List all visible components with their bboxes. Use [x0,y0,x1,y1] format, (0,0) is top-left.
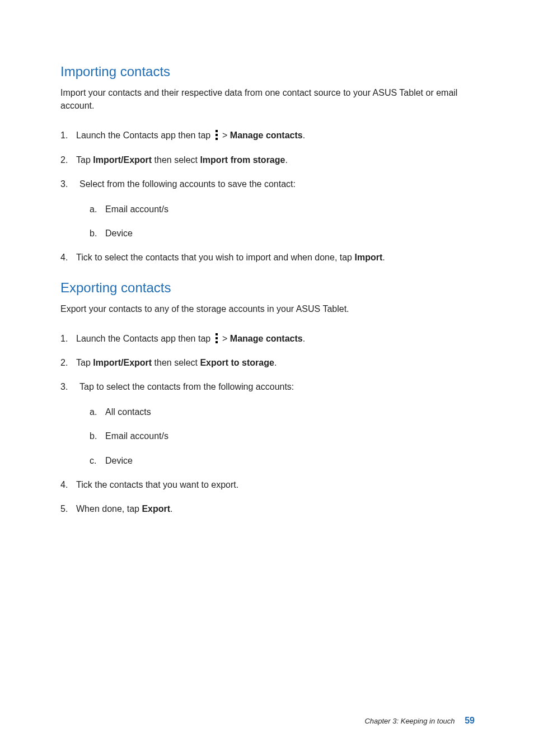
sublist-text: Device [105,456,133,465]
exporting-step-3-sublist: a.All contacts b.Email account/s c.Devic… [76,405,475,467]
importing-step-1: 1. Launch the Contacts app then tap > Ma… [60,129,475,142]
step-bold: Import/Export [93,358,152,367]
exporting-step-4: 4. Tick the contacts that you want to ex… [60,478,475,491]
step-number: 4. [60,478,68,491]
exporting-steps: 1. Launch the Contacts app then tap > Ma… [60,332,475,516]
step-post: . [382,253,385,262]
exporting-step-1: 1. Launch the Contacts app then tap > Ma… [60,332,475,345]
step-bold: Export [142,504,170,514]
step-text: Launch the Contacts app then tap [76,130,213,140]
step-bold: Manage contacts [230,334,303,343]
step-mid: then select [152,358,200,367]
importing-section: Importing contacts Import your contacts … [60,64,475,264]
step-number: 2. [60,356,68,369]
step-text: When done, tap [76,504,142,514]
exporting-section: Exporting contacts Export your contacts … [60,280,475,516]
step-text: Select from the following accounts to sa… [76,178,296,190]
step-number: 3. [60,178,68,190]
footer-chapter: Chapter 3: Keeping in touch [364,717,455,725]
sublist-item: b.Email account/s [76,430,475,442]
step-number: 5. [60,502,68,515]
step-post: . [303,130,305,140]
gt-text: > [220,334,230,343]
footer-page-number: 59 [465,716,475,725]
gt-text: > [220,130,230,140]
step-bold: Manage contacts [230,130,303,140]
sublist-item: b.Device [76,227,475,240]
sublist-letter: a. [90,203,97,216]
step-post: . [170,504,172,514]
step-number: 1. [60,332,68,345]
step-text: Tick to select the contacts that you wis… [76,253,354,262]
step-number: 2. [60,153,68,166]
overflow-menu-icon [214,333,219,343]
step-number: 1. [60,129,68,142]
importing-steps: 1. Launch the Contacts app then tap > Ma… [60,129,475,264]
step-bold: Import/Export [93,155,152,165]
sublist-letter: a. [90,405,97,418]
step-post: . [303,334,305,343]
sublist-text: Email account/s [105,431,168,441]
sublist-letter: c. [90,454,96,467]
importing-heading: Importing contacts [60,64,475,80]
sublist-item: a.Email account/s [76,203,475,216]
step-post: . [285,155,287,165]
importing-step-2: 2. Tap Import/Export then select Import … [60,153,475,166]
importing-step-3-sublist: a.Email account/s b.Device [76,203,475,240]
step-post: . [274,358,277,367]
step-text: Tick the contacts that you want to expor… [76,480,238,489]
page-footer: Chapter 3: Keeping in touch 59 [364,716,475,726]
importing-step-3: 3. Select from the following accounts to… [60,178,475,240]
step-bold: Export to storage [200,358,274,367]
sublist-letter: b. [90,227,97,240]
overflow-menu-icon [214,130,219,140]
step-number: 4. [60,251,68,264]
step-bold: Import [354,253,382,262]
sublist-text: All contacts [105,407,151,417]
importing-step-4: 4. Tick to select the contacts that you … [60,251,475,264]
step-mid: then select [152,155,200,165]
step-text: Tap [76,155,93,165]
exporting-step-3: 3. Tap to select the contacts from the f… [60,380,475,467]
sublist-item: c.Device [76,454,475,467]
exporting-heading: Exporting contacts [60,280,475,296]
step-text: Tap to select the contacts from the foll… [76,380,294,393]
step-text: Launch the Contacts app then tap [76,334,213,343]
step-bold: Import from storage [200,155,285,165]
sublist-letter: b. [90,430,97,442]
exporting-step-2: 2. Tap Import/Export then select Export … [60,356,475,369]
exporting-step-5: 5. When done, tap Export. [60,502,475,515]
exporting-intro: Export your contacts to any of the stora… [60,302,475,315]
importing-intro: Import your contacts and their respectiv… [60,86,475,112]
sublist-text: Device [105,228,133,238]
step-text: Tap [76,358,93,367]
sublist-item: a.All contacts [76,405,475,418]
step-number: 3. [60,380,68,393]
sublist-text: Email account/s [105,204,168,214]
